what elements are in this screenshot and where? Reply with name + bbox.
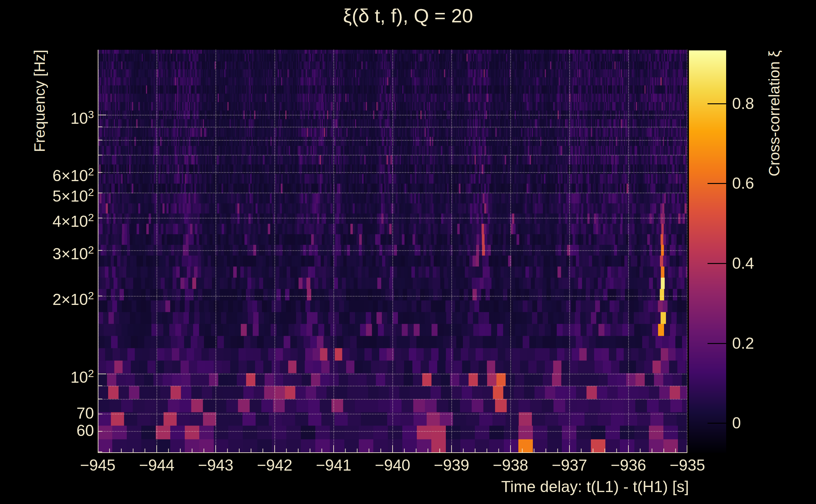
y-tick-label: 4×102 [0,209,94,229]
colorbar-tick-label: 0 [732,415,741,431]
colorbar-title: Cross-correlation ξ [766,50,783,453]
y-tick-label: 102 [0,365,94,385]
page-background: ξ(δ t, f), Q = 20 Frequency [Hz] Cross-c… [0,0,816,504]
y-tick-label: 103 [0,106,94,126]
y-tick-label: 60 [0,423,94,438]
x-tick-label: −940 [361,457,424,473]
colorbar-tick-label: 0.8 [732,96,754,112]
x-tick-label: −938 [479,457,542,473]
x-tick-label: −942 [243,457,306,473]
spectrogram-heatmap [98,50,687,453]
x-tick-label: −936 [597,457,660,473]
colorbar-tick-label: 0.4 [732,255,754,271]
x-tick-label: −939 [420,457,483,473]
x-axis-title: Time delay: t(L1) - t(H1) [s] [0,478,689,496]
x-tick-label: −937 [538,457,601,473]
colorbar-tick-label: 0.2 [732,335,754,351]
y-tick-label: 2×102 [0,288,94,307]
y-tick-label: 70 [0,405,94,421]
y-tick-label: 3×102 [0,242,94,262]
chart-title: ξ(δ t, f), Q = 20 [0,4,816,27]
colorbar-tick-label: 0.6 [732,175,754,191]
x-tick-label: −941 [302,457,365,473]
x-tick-label: −945 [66,457,129,473]
x-tick-label: −943 [184,457,247,473]
y-tick-label: 5×102 [0,184,94,204]
x-tick-label: −935 [656,457,719,473]
colorbar-gradient [689,50,726,453]
x-tick-label: −944 [125,457,188,473]
y-tick-label: 6×102 [0,164,94,184]
